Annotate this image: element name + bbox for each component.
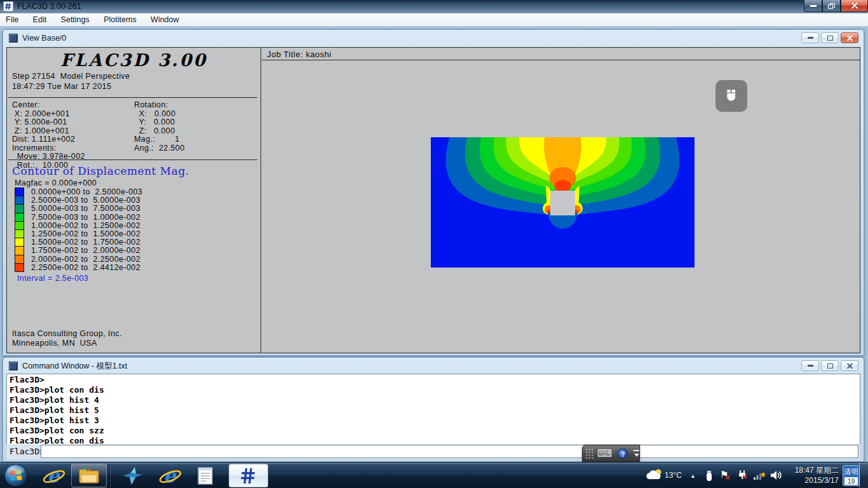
network-plug-error-icon[interactable]: ✕ [736,470,748,484]
legend-row: 5.0000e-003 to 7.5000e-003 [15,205,142,213]
plot-viewport[interactable]: Job Title: kaoshi [262,48,860,353]
legend-swatch [15,204,24,213]
network-signal-alert-icon[interactable] [753,470,766,483]
legend-row: 1.0000e-002 to 1.2500e-002 [15,222,142,230]
contour-legend: 0.0000e+000 to 2.5000e-003 2.5000e-003 t… [15,188,142,272]
internet-explorer-icon: e [163,466,175,485]
command-window-title: Command Window - 模型1.txt [22,361,127,372]
taskbar-item-flac3d-active[interactable] [229,464,268,487]
command-close-button[interactable] [841,360,858,371]
menu-window[interactable]: Window [145,13,184,26]
command-minimize-button[interactable] [801,360,819,371]
taskbar: e e [0,462,868,488]
language-bar: ⌨ ? [582,445,640,462]
console-output[interactable]: Flac3D> Flac3D>plot con dis Flac3D>plot … [6,374,860,445]
show-hidden-icons-arrow[interactable]: ▲ [690,473,696,479]
legend-swatch [15,213,24,222]
show-desktop-button[interactable] [859,463,868,488]
action-center-flag-icon[interactable]: ⚑ ✕ [720,469,728,480]
legend-swatch [15,263,24,272]
restore-button[interactable] [822,0,841,12]
legend-swatch [15,187,24,196]
legend-swatch [15,238,24,247]
hummingbird-icon [122,466,144,486]
languagebar-options-arrow-icon[interactable] [634,454,639,457]
console-line: Flac3D> [10,375,857,385]
view-window-icon [9,34,18,43]
legend-row: 1.7500e-002 to 2.0000e-002 [15,247,142,255]
folder-icon [79,468,99,484]
legend-range-label: 2.0000e-002 to 2.2500e-002 [31,255,140,264]
languagebar-minimize-icon[interactable] [634,450,639,451]
prompt-label: Flac3D> [10,444,44,459]
mouse-mode-indicator [715,80,747,112]
view-content: FLAC3D 3.00 Step 27154 Model Perspective… [6,47,860,353]
main-titlebar: FLAC3D 3.00-261 [0,0,868,13]
taskbar-item-internet-explorer[interactable]: e [39,464,67,487]
legend-row: 7.5000e-003 to 1.0000e-002 [15,214,142,222]
console-line: Flac3D>plot con dis [10,385,857,395]
command-prompt-row: Flac3D> [6,444,860,459]
view-window: View Base/0 FLAC3D 3.00 Step 27154 Model… [3,29,864,356]
console-line: Flac3D>plot hist 4 [10,395,857,405]
view-maximize-button[interactable] [821,32,839,43]
interval-label: Interval = 2.5e-003 [17,274,88,283]
legend-range-label: 5.0000e-003 to 7.5000e-003 [31,205,140,213]
lunar-calendar-badge[interactable]: 清明 19 [843,465,860,486]
console-line: Flac3D>plot hist 3 [10,416,857,426]
menu-settings[interactable]: Settings [55,13,95,26]
legend-swatch [15,221,24,230]
weather-icon[interactable] [644,468,663,482]
tray-clock[interactable]: 18:47 星期二 2015/3/17 [782,465,839,485]
taskbar-item-internet-explorer-2[interactable]: e [154,464,186,487]
window-controls [804,0,868,12]
menu-file[interactable]: File [0,13,24,26]
taskbar-item-file-explorer[interactable] [71,464,107,487]
command-window: Command Window - 模型1.txt Flac3D> Flac3D>… [3,357,864,462]
legend-row: 2.2500e-002 to 2.4412e-002 [15,264,142,272]
flac3d-logo-glyph [240,466,257,485]
company-location: Minneapolis, MN USA [12,339,97,348]
command-window-titlebar[interactable]: Command Window - 模型1.txt [3,358,864,374]
window-title: FLAC3D 3.00-261 [17,0,81,13]
legend-row: 2.0000e-002 to 2.2500e-002 [15,255,142,264]
command-maximize-button[interactable] [821,360,839,371]
legend-range-label: 1.7500e-002 to 2.0000e-002 [31,247,140,255]
mouse-icon [722,87,740,105]
clock-time: 18:47 星期二 [782,465,839,475]
drag-handle-icon[interactable] [585,448,593,459]
contour-plot [431,137,695,268]
windows-start-icon [4,463,28,487]
flac3d-logo-glyph [4,3,12,10]
plot-info-panel: FLAC3D 3.00 Step 27154 Model Perspective… [7,48,261,353]
start-button[interactable] [4,463,28,487]
taskbar-item-hummingbird-app[interactable] [118,464,147,487]
timestamp: 18:47:29 Tue Mar 17 2015 [12,82,111,91]
legend-swatch [15,229,24,238]
menu-plotitems[interactable]: Plotitems [98,13,142,26]
help-icon[interactable]: ? [618,449,628,459]
console-line: Flac3D>plot hist 5 [10,405,857,416]
clock-date: 2015/3/17 [782,475,839,485]
view-window-titlebar[interactable]: View Base/0 [3,30,864,46]
command-input[interactable] [41,445,858,458]
lunar-term-label: 清明 [843,466,859,477]
taskbar-item-notepad[interactable] [189,464,221,487]
view-minimize-button[interactable] [801,32,819,43]
close-button[interactable] [841,0,868,12]
menu-edit[interactable]: Edit [27,13,53,26]
legend-swatch [15,255,24,264]
legend-range-label: 7.5000e-003 to 1.0000e-002 [31,214,140,222]
rotation-block: Rotation: X: 0.000 Y: 0.000 Z: 0.000 Mag… [134,101,185,152]
legend-swatch [15,246,24,255]
divider [8,97,257,98]
view-close-button[interactable] [841,32,858,43]
legend-range-label: 1.0000e-002 to 1.2500e-002 [31,222,140,230]
contour-title: Contour of Displacement Mag. [12,165,189,177]
minimize-button[interactable] [804,0,822,12]
keyboard-icon[interactable]: ⌨ [597,449,612,459]
temperature-label[interactable]: 13°C [665,471,682,480]
usb-device-icon[interactable] [704,470,714,482]
volume-icon[interactable] [770,470,782,480]
legend-range-label: 2.2500e-002 to 2.4412e-002 [31,264,140,272]
